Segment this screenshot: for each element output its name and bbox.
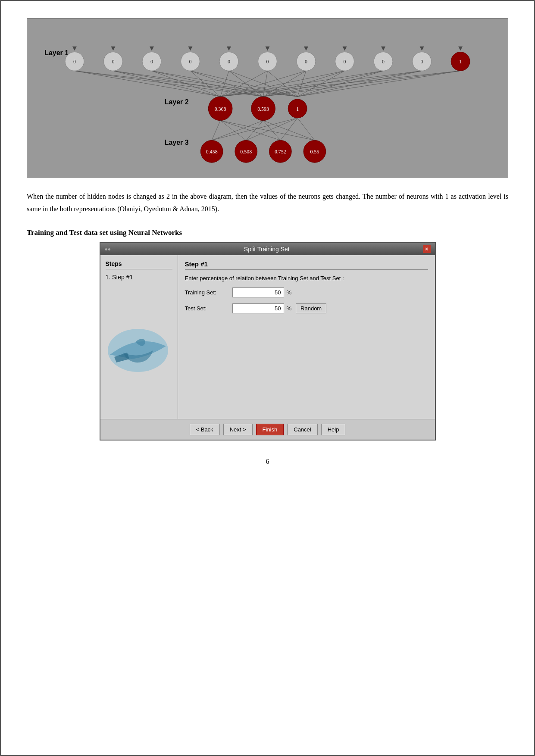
svg-text:0: 0 [112,59,114,65]
svg-text:0: 0 [305,59,307,65]
svg-text:0.752: 0.752 [275,149,286,155]
svg-text:Layer 2: Layer 2 [165,98,189,106]
svg-text:0: 0 [382,59,385,65]
dialog-step-title: Step #1 [185,260,428,270]
svg-text:0.593: 0.593 [257,106,269,112]
body-paragraph: When the number of hidden nodes is chang… [27,191,508,216]
sidebar-item-label: Step #1 [112,274,133,281]
svg-text:0: 0 [189,59,191,65]
dialog-instruction: Enter percentage of relation between Tra… [185,275,428,281]
test-set-row: Test Set: % Random [185,303,428,313]
training-set-input[interactable] [232,287,284,297]
sidebar-steps-label: Steps [106,260,172,269]
next-button[interactable]: Next > [223,424,253,435]
dialog-split-training: ●● Split Training Set × Steps 1. Step #1 [100,242,436,440]
svg-text:0: 0 [344,59,346,65]
dialog-icon: ●● [105,246,111,252]
svg-text:0: 0 [421,59,423,65]
finish-button[interactable]: Finish [256,424,284,435]
section-heading: Training and Test data set using Neural … [27,228,508,237]
sidebar-image [106,316,170,385]
svg-text:0.368: 0.368 [215,106,226,112]
svg-text:1: 1 [459,59,462,65]
test-set-percent: % [287,305,292,312]
sidebar-item-step1[interactable]: 1. Step #1 [106,273,172,281]
training-set-label: Training Set: [185,289,232,296]
cancel-button[interactable]: Cancel [287,424,317,435]
svg-text:0: 0 [150,59,153,65]
page: Layer 1 0 0 0 0 0 0 0 0 [0,0,535,756]
svg-text:0.508: 0.508 [240,149,252,155]
nn-diagram: Layer 1 0 0 0 0 0 0 0 0 [27,18,508,178]
dialog-sidebar: Steps 1. Step #1 [100,255,178,419]
svg-text:Layer 3: Layer 3 [165,139,189,146]
dialog-titlebar: ●● Split Training Set × [100,243,435,255]
dialog-main: Step #1 Enter percentage of relation bet… [178,255,435,419]
test-set-input[interactable] [232,303,284,313]
random-button[interactable]: Random [296,303,326,313]
svg-text:0: 0 [73,59,76,65]
training-set-row: Training Set: % [185,287,428,297]
back-button[interactable]: < Back [190,424,220,435]
svg-text:Layer 1: Layer 1 [44,49,69,56]
svg-text:0: 0 [266,59,269,65]
sidebar-item-number: 1. [106,274,111,281]
training-set-percent: % [287,289,292,296]
help-button[interactable]: Help [321,424,346,435]
dialog-title: Split Training Set [111,246,423,253]
page-number: 6 [27,458,508,465]
dialog-footer: < Back Next > Finish Cancel Help [100,419,435,440]
svg-text:1: 1 [296,106,299,112]
test-set-label: Test Set: [185,305,232,312]
dialog-body: Steps 1. Step #1 [100,255,435,419]
dialog-close-button[interactable]: × [423,245,431,253]
svg-text:0: 0 [228,59,230,65]
svg-text:0.55: 0.55 [310,149,319,155]
svg-text:0.458: 0.458 [206,149,218,155]
